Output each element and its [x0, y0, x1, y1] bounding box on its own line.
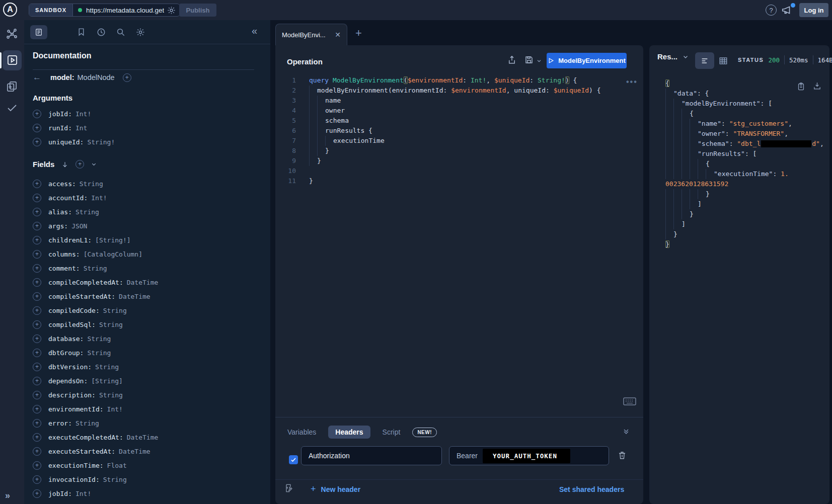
argument-type[interactable]: Int!: [75, 110, 91, 118]
header-enabled-checkbox[interactable]: [289, 455, 298, 464]
save-dropdown-icon[interactable]: [537, 58, 542, 63]
explorer-play-icon[interactable]: [7, 54, 18, 66]
field-name[interactable]: comment:: [48, 265, 80, 272]
add-field-button[interactable]: [33, 461, 41, 470]
field-type[interactable]: Int!: [75, 490, 91, 497]
add-field-button[interactable]: [33, 405, 41, 413]
add-argument-button[interactable]: [33, 110, 41, 118]
breadcrumb-type-link[interactable]: ModelNode: [78, 73, 115, 81]
publish-button[interactable]: Publish: [179, 4, 216, 17]
add-field-button[interactable]: [33, 377, 41, 385]
header-value-input[interactable]: Bearer YOUR_AUTH_TOKEN: [449, 446, 609, 465]
field-type[interactable]: String: [103, 476, 127, 483]
delete-header-icon[interactable]: [618, 450, 627, 460]
field-type[interactable]: DateTime: [127, 279, 159, 286]
field-name[interactable]: dependsOn:: [48, 377, 88, 385]
add-field-button[interactable]: [33, 236, 41, 244]
explorer-settings-gear-icon[interactable]: [136, 28, 145, 37]
header-name-input[interactable]: Authorization: [301, 446, 442, 465]
add-field-button[interactable]: [33, 363, 41, 371]
field-type[interactable]: JSON: [71, 222, 87, 230]
keyboard-shortcuts-icon[interactable]: [623, 397, 636, 405]
login-button[interactable]: Log in: [799, 3, 828, 17]
view-table-toggle[interactable]: [719, 56, 728, 65]
add-field-button[interactable]: [33, 194, 41, 202]
add-field-button[interactable]: [33, 306, 41, 315]
field-name[interactable]: args:: [48, 222, 68, 230]
field-type[interactable]: String: [75, 419, 99, 427]
query-editor[interactable]: 1 query ModelByEnvironment($environmentI…: [275, 75, 643, 186]
field-type[interactable]: String: [99, 391, 123, 399]
run-button[interactable]: ModelByEnvironment: [547, 53, 627, 68]
field-name[interactable]: executeCompletedAt:: [48, 434, 123, 441]
collapse-panel-icon[interactable]: «: [252, 25, 257, 37]
history-icon[interactable]: [97, 28, 106, 37]
field-type[interactable]: DateTime: [119, 448, 150, 455]
field-type[interactable]: [String]: [91, 377, 123, 385]
field-name[interactable]: childrenL1:: [48, 236, 92, 244]
argument-name[interactable]: jobId:: [48, 110, 72, 118]
field-name[interactable]: access:: [48, 180, 76, 188]
field-type[interactable]: [String!]: [95, 236, 130, 244]
view-json-toggle[interactable]: [695, 52, 714, 69]
add-field-button[interactable]: [33, 320, 41, 329]
argument-name[interactable]: uniqueId:: [48, 138, 84, 146]
expand-sidebar-icon[interactable]: »: [5, 490, 10, 501]
add-argument-button[interactable]: [33, 124, 41, 132]
response-title-row[interactable]: Res...: [657, 52, 689, 61]
tab-headers[interactable]: Headers: [328, 426, 370, 439]
field-type[interactable]: Int!: [91, 194, 107, 202]
edit-headers-json-icon[interactable]: [284, 483, 294, 493]
bookmarks-icon[interactable]: [77, 28, 86, 36]
back-arrow-icon[interactable]: ←: [33, 72, 41, 82]
sidebar-item-schema[interactable]: [6, 28, 18, 40]
endpoint-settings-gear-icon[interactable]: [167, 6, 176, 15]
add-field-button[interactable]: [33, 391, 41, 399]
sidebar-item-checklist[interactable]: [6, 102, 18, 114]
field-type[interactable]: String: [84, 265, 107, 272]
field-name[interactable]: invocationId:: [48, 476, 100, 483]
add-field-button[interactable]: [33, 180, 41, 188]
add-field-button[interactable]: [33, 419, 41, 428]
field-type[interactable]: [CatalogColumn]: [84, 250, 142, 258]
new-tab-button[interactable]: +: [355, 27, 362, 40]
collapse-section-icon[interactable]: [622, 428, 630, 436]
field-name[interactable]: error:: [48, 419, 72, 427]
save-icon[interactable]: [524, 55, 534, 64]
editor-menu-icon[interactable]: •••: [626, 77, 638, 87]
add-field-button[interactable]: [33, 278, 41, 287]
field-name[interactable]: columns:: [48, 250, 80, 258]
field-name[interactable]: executionTime:: [48, 462, 104, 469]
add-field-button[interactable]: [33, 433, 41, 442]
add-all-fields-button[interactable]: [123, 73, 131, 82]
set-shared-headers-link[interactable]: Set shared headers: [559, 485, 624, 493]
field-name[interactable]: compiledCode:: [48, 307, 100, 314]
add-field-button[interactable]: [33, 250, 41, 259]
field-type[interactable]: DateTime: [119, 293, 150, 300]
add-field-button[interactable]: [33, 489, 41, 498]
field-type[interactable]: DateTime: [127, 434, 159, 441]
add-field-button[interactable]: [33, 447, 41, 456]
field-name[interactable]: description:: [48, 391, 96, 399]
field-name[interactable]: environmentId:: [48, 405, 104, 413]
add-field-button[interactable]: [33, 222, 41, 230]
tab-script[interactable]: Script: [383, 428, 401, 436]
field-type[interactable]: String: [99, 321, 123, 328]
argument-type[interactable]: Int: [75, 124, 87, 132]
endpoint-url-input[interactable]: https://metadata.cloud.get: [86, 7, 164, 14]
response-json[interactable]: { "data": { "modelByEnvironment": [ { "n…: [665, 78, 824, 249]
add-argument-button[interactable]: [33, 138, 41, 146]
sort-fields-icon[interactable]: [61, 160, 68, 169]
apollo-logo[interactable]: A: [3, 3, 17, 17]
add-field-button[interactable]: [33, 334, 41, 343]
field-name[interactable]: executeStartedAt:: [48, 448, 115, 455]
tab-documentation[interactable]: [30, 25, 47, 39]
field-name[interactable]: alias:: [48, 208, 72, 216]
operation-tab[interactable]: ModelByEnvi... ✕: [275, 24, 347, 45]
field-type[interactable]: String: [87, 335, 111, 343]
field-type[interactable]: String: [75, 208, 99, 216]
field-name[interactable]: compileStartedAt:: [48, 293, 115, 300]
field-name[interactable]: dbtGroup:: [48, 349, 84, 357]
add-field-button[interactable]: [33, 349, 41, 357]
field-name[interactable]: accountId:: [48, 194, 88, 202]
